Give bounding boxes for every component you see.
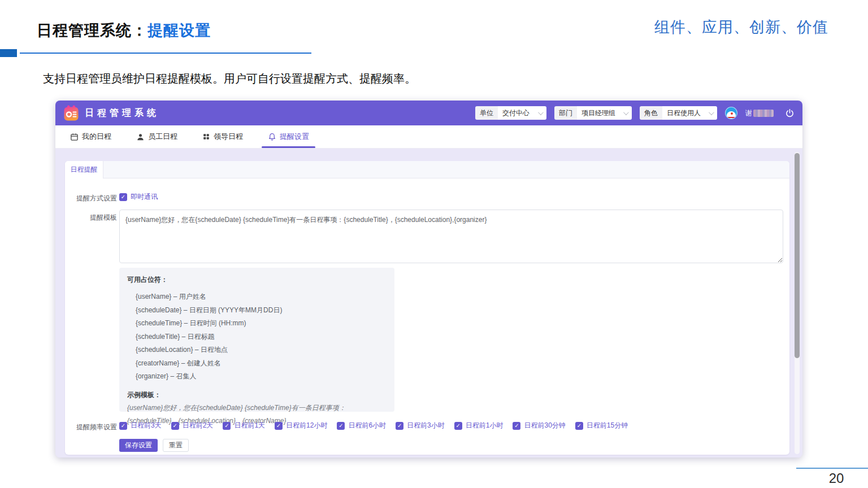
checkbox-checked-icon[interactable]: ✓ [575, 422, 583, 430]
unit-select-value: 交付中心 [502, 108, 530, 118]
role-select[interactable]: 角色 日程使用人 [640, 106, 717, 120]
frequency-checkbox-1day[interactable]: ✓日程前1天 [223, 421, 265, 430]
frequency-checkbox-6hours[interactable]: ✓日程前6小时 [337, 421, 386, 430]
placeholder-item: {creatorName} – 创建人姓名 [136, 357, 387, 371]
nav-item-employee-schedule[interactable]: 员工日程 [130, 125, 184, 148]
chevron-down-icon [709, 110, 714, 115]
nav-item-label: 领导日程 [214, 132, 243, 142]
frequency-option-label: 日程前1小时 [466, 421, 504, 430]
page-number: 20 [819, 470, 853, 486]
app-content: 日程提醒 提醒方式设置 ✓ 即时通讯 提醒模板 {userName}您好，您在{… [55, 149, 802, 457]
frequency-checkbox-3days[interactable]: ✓日程前3天 [119, 421, 162, 430]
checkbox-checked-icon[interactable]: ✓ [275, 422, 283, 430]
frequency-option-label: 日程前6小时 [348, 421, 386, 430]
checkbox-checked-icon[interactable]: ✓ [513, 422, 520, 430]
checkbox-checked-icon[interactable]: ✓ [223, 422, 231, 430]
footer-rule [796, 468, 868, 469]
frequency-option-label: 日程前2天 [183, 421, 214, 430]
user-icon [136, 133, 145, 141]
app-title: 日程管理系统 [85, 107, 159, 119]
avatar[interactable] [725, 107, 737, 119]
frequency-checkbox-15min[interactable]: ✓日程前15分钟 [575, 421, 628, 430]
frequency-checkbox-3hours[interactable]: ✓日程前3小时 [396, 421, 445, 430]
frequency-option-label: 日程前3小时 [407, 421, 445, 430]
placeholder-item: {scheduleLocation} – 日程地点 [136, 343, 387, 357]
nav-item-label: 提醒设置 [280, 132, 309, 142]
checkbox-checked-icon[interactable]: ✓ [337, 422, 345, 430]
frequency-checkbox-1hour[interactable]: ✓日程前1小时 [454, 421, 504, 430]
frequency-option-label: 日程前1天 [234, 421, 265, 430]
department-select-label: 部门 [554, 106, 577, 120]
app-header: 日程管理系统 单位 交付中心 部门 项目经理组 角色 日程使用人 [55, 101, 802, 125]
placeholder-item: {userName} – 用户姓名 [136, 290, 387, 304]
template-textarea[interactable]: {userName}您好，您在{scheduleDate} {scheduleT… [119, 210, 783, 263]
card-tab-bar: 日程提醒 [65, 161, 789, 178]
unit-select-label: 单位 [475, 106, 498, 120]
department-select-value: 项目经理组 [581, 108, 615, 118]
settings-card: 日程提醒 提醒方式设置 ✓ 即时通讯 提醒模板 {userName}您好，您在{… [65, 161, 789, 455]
placeholder-help-box: 可用占位符： {userName} – 用户姓名 {scheduleDate} … [119, 268, 394, 412]
checkbox-checked-icon[interactable]: ✓ [396, 422, 403, 430]
grid-icon [202, 133, 210, 141]
frequency-option-label: 日程前3天 [131, 421, 162, 430]
nav-item-my-schedule[interactable]: 我的日程 [64, 125, 118, 148]
app-window: 日程管理系统 单位 交付中心 部门 项目经理组 角色 日程使用人 [55, 101, 802, 457]
frequency-option-label: 日程前12小时 [286, 421, 327, 430]
page-title: 日程管理系统：提醒设置 [37, 20, 211, 41]
tab-schedule-reminder[interactable]: 日程提醒 [65, 161, 103, 178]
app-logo-calendar-icon [63, 105, 79, 121]
reset-button[interactable]: 重置 [163, 439, 189, 452]
nav-item-label: 员工日程 [148, 132, 177, 142]
placeholders-title: 可用占位符： [127, 275, 387, 285]
scrollbar-track[interactable] [795, 152, 800, 454]
button-row: 保存设置 重置 [119, 439, 189, 452]
placeholder-item: {scheduleTitle} – 日程标题 [136, 330, 387, 344]
slide-subtitle: 支持日程管理员维护日程提醒模板。用户可自行设置提醒方式、提醒频率。 [43, 71, 416, 86]
page-title-blue: 提醒设置 [147, 22, 211, 39]
page-title-black: 日程管理系统： [37, 22, 147, 39]
username: 谢 [745, 108, 774, 118]
slide-motto: 组件、应用、创新、价值 [654, 17, 828, 37]
chevron-down-icon [538, 110, 544, 115]
nav-item-leader-schedule[interactable]: 领导日程 [196, 125, 249, 148]
app-nav: 我的日程 员工日程 领导日程 [55, 125, 802, 149]
frequency-option-label: 日程前30分钟 [524, 421, 565, 430]
frequency-checkbox-30min[interactable]: ✓日程前30分钟 [513, 421, 565, 430]
nav-item-label: 我的日程 [82, 132, 111, 142]
logout-button[interactable] [785, 108, 795, 118]
method-checkbox-instant-message[interactable]: ✓ 即时通讯 [119, 192, 158, 202]
frequency-option-label: 日程前15分钟 [587, 421, 628, 430]
accent-rect [0, 49, 17, 57]
frequency-checkbox-2days[interactable]: ✓日程前2天 [171, 421, 214, 430]
frequency-checkbox-12hours[interactable]: ✓日程前12小时 [275, 421, 327, 430]
username-visible-char: 谢 [745, 108, 752, 118]
template-label: 提醒模板 [65, 213, 117, 223]
placeholder-item: {scheduleDate} – 日程日期 (YYYY年MM月DD日) [136, 304, 387, 317]
placeholder-item: {organizer} – 召集人 [136, 370, 387, 384]
role-select-label: 角色 [640, 106, 662, 120]
checkbox-checked-icon[interactable]: ✓ [119, 422, 127, 430]
role-select-value: 日程使用人 [667, 108, 701, 118]
calendar-icon [70, 133, 79, 141]
slide: 日程管理系统：提醒设置 组件、应用、创新、价值 支持日程管理员维护日程提醒模板。… [0, 0, 868, 488]
checkbox-checked-icon[interactable]: ✓ [119, 193, 127, 201]
bell-icon [268, 133, 276, 141]
nav-item-reminder-settings[interactable]: 提醒设置 [262, 125, 315, 148]
power-icon [785, 108, 795, 118]
checkbox-checked-icon[interactable]: ✓ [171, 422, 179, 430]
method-option-label: 即时通讯 [131, 192, 158, 202]
checkbox-checked-icon[interactable]: ✓ [454, 422, 462, 430]
title-underline [20, 53, 311, 54]
header-controls: 单位 交付中心 部门 项目经理组 角色 日程使用人 谢 [475, 106, 795, 120]
example-title: 示例模板： [127, 389, 387, 402]
chevron-down-icon [623, 110, 629, 115]
department-select[interactable]: 部门 项目经理组 [554, 106, 632, 120]
save-settings-button[interactable]: 保存设置 [119, 439, 158, 452]
frequency-options: ✓日程前3天 ✓日程前2天 ✓日程前1天 ✓日程前12小时 ✓日程前6小时 ✓日… [119, 421, 637, 430]
frequency-label: 提醒频率设置 [65, 422, 117, 432]
username-redacted-mosaic [753, 110, 774, 117]
unit-select[interactable]: 单位 交付中心 [475, 106, 546, 120]
method-label: 提醒方式设置 [65, 194, 117, 203]
placeholder-item: {scheduleTime} – 日程时间 (HH:mm) [136, 317, 387, 330]
scrollbar-thumb[interactable] [795, 153, 800, 358]
